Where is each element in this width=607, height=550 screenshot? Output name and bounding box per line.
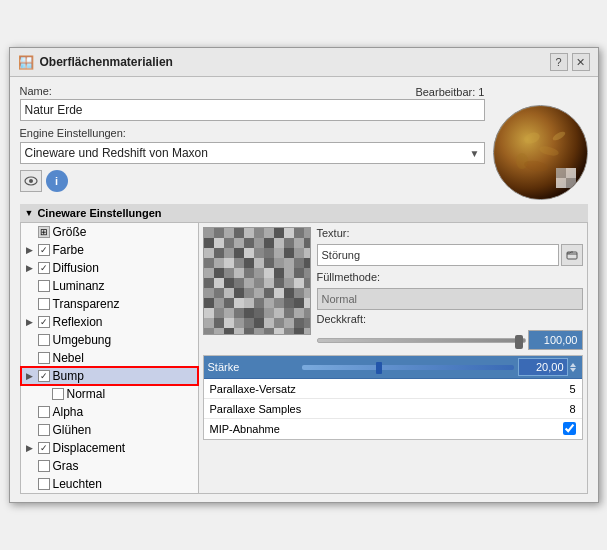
textur-label: Textur: — [317, 227, 583, 239]
svg-rect-42 — [274, 248, 284, 258]
svg-rect-132 — [294, 328, 304, 335]
svg-rect-98 — [284, 298, 294, 308]
checkbox-bump[interactable]: ✓ — [38, 370, 50, 382]
svg-rect-40 — [254, 248, 264, 258]
svg-rect-83 — [244, 288, 254, 298]
svg-rect-121 — [294, 318, 304, 328]
svg-rect-32 — [284, 238, 294, 248]
checkbox-leuchten[interactable] — [38, 478, 50, 490]
expand-icon: ▶ — [25, 371, 35, 381]
checkbox-luminanz[interactable] — [38, 280, 50, 292]
checkbox-displacement[interactable]: ✓ — [38, 442, 50, 454]
expand-icon: ▶ — [25, 317, 35, 327]
tree-label: Transparenz — [53, 297, 120, 311]
svg-rect-76 — [284, 278, 294, 288]
checkbox-alpha[interactable] — [38, 406, 50, 418]
engine-select[interactable]: Cineware und Redshift von Maxon ▼ — [20, 142, 485, 164]
staerke-slider[interactable] — [302, 365, 514, 370]
tree-label: Normal — [67, 387, 106, 401]
tree-label: Bump — [53, 369, 84, 383]
tree-item-farbe[interactable]: ▶ ✓ Farbe — [21, 241, 198, 259]
tree-item-displacement[interactable]: ▶ ✓ Displacement — [21, 439, 198, 457]
svg-rect-77 — [294, 278, 304, 288]
svg-rect-49 — [234, 258, 244, 268]
tree-label: Diffusion — [53, 261, 99, 275]
tree-item-groesse[interactable]: ⊞ Größe — [21, 223, 198, 241]
noise-texture-svg — [204, 228, 311, 335]
svg-rect-68 — [204, 278, 214, 288]
checkbox-reflexion[interactable]: ✓ — [38, 316, 50, 328]
mip-abnahme-checkbox[interactable] — [563, 422, 576, 435]
tree-item-reflexion[interactable]: ▶ ✓ Reflexion — [21, 313, 198, 331]
param-row-staerke[interactable]: Stärke 20,00 — [204, 356, 582, 379]
properties-panel: Textur: Störung — [199, 223, 587, 493]
checkbox-nebel[interactable] — [38, 352, 50, 364]
tree-item-gluehen[interactable]: Glühen — [21, 421, 198, 439]
tree-item-bump[interactable]: ▶ ✓ Bump — [21, 367, 198, 385]
param-row-parallaxe-samples[interactable]: Parallaxe Samples 8 — [204, 399, 582, 419]
svg-rect-19 — [264, 228, 274, 238]
tree-item-leuchten[interactable]: Leuchten — [21, 475, 198, 493]
svg-rect-96 — [264, 298, 274, 308]
staerke-value[interactable]: 20,00 — [518, 358, 568, 376]
tree-item-alpha[interactable]: Alpha — [21, 403, 198, 421]
tree-item-luminanz[interactable]: Luminanz — [21, 277, 198, 295]
checkbox-farbe[interactable]: ✓ — [38, 244, 50, 256]
collapse-icon[interactable]: ▼ — [25, 208, 34, 218]
checkbox-diffusion[interactable]: ✓ — [38, 262, 50, 274]
svg-rect-108 — [274, 308, 284, 318]
checkbox-transparenz[interactable] — [38, 298, 50, 310]
preview-section — [493, 105, 588, 200]
svg-rect-117 — [254, 318, 264, 328]
tree-label: Farbe — [53, 243, 84, 257]
svg-rect-51 — [254, 258, 264, 268]
deckkraft-value[interactable]: 100,00 — [528, 330, 583, 350]
svg-rect-15 — [224, 228, 234, 238]
textur-browse-button[interactable] — [561, 244, 583, 266]
svg-rect-71 — [234, 278, 244, 288]
svg-rect-13 — [204, 228, 214, 238]
svg-rect-75 — [274, 278, 284, 288]
svg-rect-41 — [264, 248, 274, 258]
checkbox-gras[interactable] — [38, 460, 50, 472]
tree-item-gras[interactable]: Gras — [21, 457, 198, 475]
staerke-scroll-arrows[interactable] — [570, 363, 578, 372]
svg-rect-79 — [204, 288, 214, 298]
svg-rect-81 — [224, 288, 234, 298]
svg-rect-48 — [224, 258, 234, 268]
param-row-mip-abnahme[interactable]: MIP-Abnahme — [204, 419, 582, 439]
tree-item-umgebung[interactable]: Umgebung — [21, 331, 198, 349]
tree-item-normal[interactable]: Normal — [21, 385, 198, 403]
svg-rect-58 — [214, 268, 224, 278]
svg-rect-20 — [274, 228, 284, 238]
svg-rect-69 — [214, 278, 224, 288]
param-row-parallaxe-versatz[interactable]: Parallaxe-Versatz 5 — [204, 379, 582, 399]
expand-icon: ▶ — [25, 245, 35, 255]
name-input[interactable] — [20, 99, 485, 121]
close-button[interactable]: ✕ — [572, 53, 590, 71]
info-icon-button[interactable]: i — [46, 170, 68, 192]
svg-rect-9 — [566, 168, 576, 178]
param-value-parallaxe-versatz: 5 — [546, 383, 576, 395]
svg-rect-116 — [244, 318, 254, 328]
svg-rect-84 — [254, 288, 264, 298]
svg-rect-109 — [284, 308, 294, 318]
help-button[interactable]: ? — [550, 53, 568, 71]
svg-rect-46 — [204, 258, 214, 268]
svg-rect-10 — [556, 178, 566, 188]
tree-item-transparenz[interactable]: Transparenz — [21, 295, 198, 313]
tree-label: Glühen — [53, 423, 92, 437]
svg-rect-53 — [274, 258, 284, 268]
checkbox-normal[interactable] — [52, 388, 64, 400]
name-label-row: Name: Bearbeitbar: 1 — [20, 85, 485, 99]
checkbox-gluehen[interactable] — [38, 424, 50, 436]
svg-rect-43 — [284, 248, 294, 258]
tree-item-diffusion[interactable]: ▶ ✓ Diffusion — [21, 259, 198, 277]
eye-icon-button[interactable] — [20, 170, 42, 192]
textur-value[interactable]: Störung — [317, 244, 559, 266]
svg-rect-113 — [214, 318, 224, 328]
name-label: Name: — [20, 85, 52, 97]
tree-item-nebel[interactable]: Nebel — [21, 349, 198, 367]
deckkraft-slider[interactable] — [317, 338, 526, 343]
checkbox-umgebung[interactable] — [38, 334, 50, 346]
